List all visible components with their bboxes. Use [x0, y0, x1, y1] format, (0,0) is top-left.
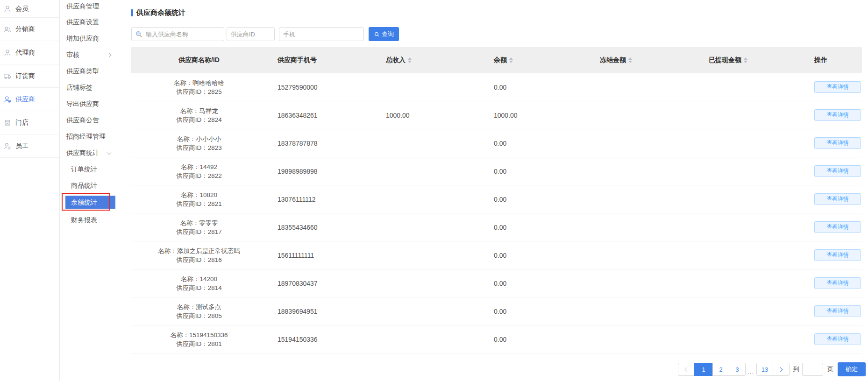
page-ellipsis: ...	[747, 368, 754, 376]
sidebar-item-stores[interactable]: 门店	[0, 111, 59, 134]
menu-item-financial-reports[interactable]: 财务报表	[60, 212, 124, 228]
supplier-phone: 18970830437	[267, 269, 377, 297]
view-detail-button[interactable]: 查看详情	[814, 277, 861, 289]
chevron-right-icon	[778, 367, 783, 372]
balance-table: 供应商名称/ID 供应商手机号 总收入 余额 冻结金额 已提现金额 操作 名称：…	[131, 47, 862, 353]
supplier-id: 供应商ID：2823	[176, 143, 222, 152]
table-row: 名称：马祥龙 供应商ID：2824 18636348261 1000.00 10…	[131, 101, 862, 129]
menu-item-review[interactable]: 审核	[60, 47, 124, 63]
staff-icon	[3, 142, 12, 150]
menu-item-supplier-statistics[interactable]: 供应商统计	[60, 145, 124, 161]
sidebar-item-distributors[interactable]: 分销商	[0, 18, 59, 41]
sort-icon[interactable]	[509, 57, 513, 63]
sidebar-item-label: 员工	[15, 142, 28, 150]
supplier-phone: 15279590000	[267, 73, 377, 101]
view-detail-button[interactable]: 查看详情	[814, 249, 861, 261]
supplier-id: 供应商ID：2822	[176, 171, 222, 180]
frozen-value	[591, 213, 698, 241]
sidebar-item-label: 供应商	[15, 95, 35, 104]
menu-item-merchant-manager[interactable]: 招商经理管理	[60, 128, 124, 145]
view-detail-button[interactable]: 查看详情	[814, 305, 861, 317]
view-detail-button[interactable]: 查看详情	[814, 221, 861, 233]
menu-item-supplier-announcements[interactable]: 供应商公告	[60, 112, 124, 128]
phone-input[interactable]	[279, 27, 364, 41]
supplier-name: 名称：测试多点	[176, 303, 222, 311]
sidebar-item-agents[interactable]: 代理商	[0, 41, 59, 64]
col-header-withdrawn: 已提现金额	[698, 47, 804, 73]
view-detail-button[interactable]: 查看详情	[814, 165, 861, 177]
menu-item-supplier-management[interactable]: 供应商管理	[60, 0, 124, 14]
view-detail-button[interactable]: 查看详情	[814, 137, 861, 149]
table-header: 供应商名称/ID 供应商手机号 总收入 余额 冻结金额 已提现金额 操作	[131, 47, 862, 73]
frozen-value	[591, 73, 698, 101]
orderer-truck-icon	[3, 72, 12, 80]
view-detail-button[interactable]: 查看详情	[814, 333, 861, 345]
confirm-button[interactable]: 确定	[838, 362, 866, 376]
balance-value: 0.00	[484, 213, 591, 241]
jump-page-label: 页	[827, 365, 833, 374]
view-detail-button[interactable]: 查看详情	[814, 81, 861, 93]
supplier-id: 供应商ID：2821	[176, 199, 222, 208]
total-income-value: 1000.00	[377, 101, 484, 129]
menu-item-supplier-type[interactable]: 供应商类型	[60, 63, 124, 79]
chevron-left-icon	[685, 367, 690, 372]
total-income-value	[377, 325, 484, 353]
menu-item-supplier-settings[interactable]: 供应商设置	[60, 14, 124, 30]
supplier-name-input[interactable]	[131, 27, 224, 41]
col-header-total-income: 总收入	[377, 47, 484, 73]
menu-item-add-supplier[interactable]: 增加供应商	[60, 30, 124, 47]
table-row: 名称：啊哈哈哈哈 供应商ID：2825 15279590000 0.00 查看详…	[131, 73, 862, 101]
menu-item-product-statistics[interactable]: 商品统计	[60, 177, 124, 194]
supplier-id-input[interactable]	[227, 27, 275, 41]
view-detail-button[interactable]: 查看详情	[814, 109, 861, 121]
supplier-phone: 18378787878	[267, 129, 377, 157]
supplier-icon	[3, 95, 12, 104]
page-button-3[interactable]: 3	[729, 363, 746, 376]
prev-page-button[interactable]	[678, 363, 695, 376]
jump-page-input[interactable]	[802, 363, 823, 376]
page-button-13[interactable]: 13	[756, 363, 773, 376]
sidebar-item-label: 代理商	[15, 49, 35, 57]
withdrawn-value	[698, 101, 804, 129]
chevron-right-icon	[107, 53, 112, 57]
withdrawn-value	[698, 157, 804, 185]
chevron-down-icon	[107, 150, 112, 155]
frozen-value	[591, 241, 698, 269]
withdrawn-value	[698, 185, 804, 213]
sidebar-item-label: 分销商	[15, 25, 35, 34]
sidebar-item-suppliers[interactable]: 供应商	[0, 88, 59, 111]
page-button-2[interactable]: 2	[712, 363, 729, 376]
filter-bar: 查询	[131, 27, 399, 41]
page-button-1[interactable]: 1	[694, 363, 713, 376]
sidebar-item-label: 会员	[15, 5, 28, 13]
withdrawn-value	[698, 325, 804, 353]
frozen-value	[591, 185, 698, 213]
menu-item-store-tags[interactable]: 店铺标签	[60, 79, 124, 96]
sidebar-item-members[interactable]: 会员	[0, 0, 59, 18]
sidebar-item-label: 订货商	[15, 72, 35, 80]
sidebar-item-staff[interactable]: 员工	[0, 134, 59, 158]
col-header-supplier-name-id: 供应商名称/ID	[131, 47, 267, 73]
supplier-id: 供应商ID：2816	[158, 255, 240, 264]
menu-item-balance-statistics[interactable]: 余额统计	[60, 196, 124, 212]
sort-icon[interactable]	[628, 57, 632, 63]
frozen-value	[591, 297, 698, 325]
table-row: 名称：零零零 供应商ID：2817 18355434660 0.00 查看详情	[131, 213, 862, 241]
next-page-button[interactable]	[773, 363, 790, 376]
menu-item-order-statistics[interactable]: 订单统计	[60, 161, 124, 177]
supplier-id: 供应商ID：2814	[176, 283, 222, 292]
sort-icon[interactable]	[408, 57, 412, 63]
withdrawn-value	[698, 129, 804, 157]
query-button[interactable]: 查询	[369, 27, 399, 41]
supplier-phone: 15611111111	[267, 241, 377, 269]
sidebar-item-orderers[interactable]: 订货商	[0, 64, 59, 88]
view-detail-button[interactable]: 查看详情	[814, 193, 861, 205]
page-title: 供应商余额统计	[131, 8, 185, 17]
supplier-name: 名称：马祥龙	[176, 106, 222, 115]
menu-item-export-suppliers[interactable]: 导出供应商	[60, 96, 124, 112]
withdrawn-value	[698, 241, 804, 269]
table-row: 名称：10820 供应商ID：2821 13076111112 0.00 查看详…	[131, 185, 862, 213]
supplier-name: 名称：小小小小	[176, 134, 222, 143]
total-income-value	[377, 157, 484, 185]
sort-icon[interactable]	[744, 57, 747, 63]
